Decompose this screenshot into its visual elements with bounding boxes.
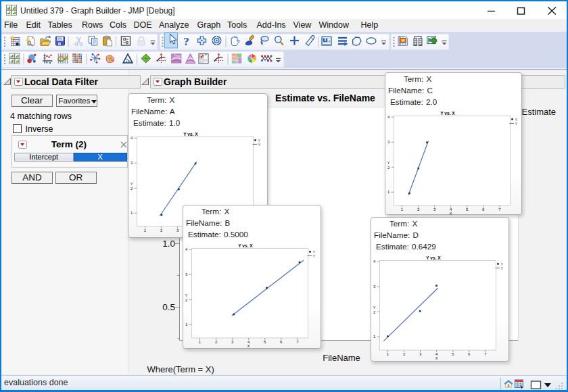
svg-text:FileName: D: FileName: D [374,230,419,239]
svg-text:Estimate: 0.6429: Estimate: 0.6429 [376,242,436,251]
svg-text:3: 3 [373,284,376,289]
svg-text:1: 1 [387,189,390,194]
svg-text:Estimate: 1.0: Estimate: 1.0 [133,118,181,127]
svg-text:Y vs. X: Y vs. X [183,132,198,137]
svg-text:1: 1 [401,207,404,212]
svg-text:FileName: B: FileName: B [186,218,231,227]
svg-text:6: 6 [482,207,485,212]
svg-text:2: 2 [417,207,420,212]
svg-text:Term: X: Term: X [404,74,431,83]
svg-text:Y vs. X: Y vs. X [440,111,455,116]
svg-text:4: 4 [373,259,376,264]
svg-text:4: 4 [387,114,390,119]
svg-text:3: 3 [185,272,188,276]
svg-text:Y: Y [501,266,504,270]
svg-text:5: 5 [466,207,469,212]
svg-text:4: 4 [185,247,188,251]
svg-text:3: 3 [433,207,436,212]
svg-text:Y vs. X: Y vs. X [426,255,441,260]
svg-text:4: 4 [131,135,133,140]
svg-text:Term: X: Term: X [147,95,174,104]
svg-text:X: X [247,343,250,348]
svg-text:?: ? [183,35,189,48]
svg-text:X: X [449,211,452,216]
svg-text:6: 6 [468,351,471,356]
svg-text:7: 7 [296,339,299,344]
svg-text:1: 1 [199,339,202,344]
svg-text:X: X [435,356,437,360]
svg-text:Y: Y [373,305,376,310]
svg-text:FileName: C: FileName: C [388,86,433,95]
svg-text:3: 3 [387,139,390,144]
svg-text:Estimate: 0.5000: Estimate: 0.5000 [188,230,248,239]
svg-text:1: 1 [373,334,376,339]
svg-text:1: 1 [131,210,133,215]
svg-text:1: 1 [387,351,389,356]
svg-text:1: 1 [144,228,147,232]
svg-text:Y: Y [515,122,518,126]
svg-text:Y: Y [131,182,133,186]
svg-text:5: 5 [452,351,454,356]
svg-text:3: 3 [419,351,422,356]
svg-text:2: 2 [160,228,163,232]
svg-text:2: 2 [215,339,218,344]
svg-text:5: 5 [264,339,266,344]
svg-text:2: 2 [403,351,406,356]
svg-text:Y vs. X: Y vs. X [238,243,253,248]
svg-text:Term: X: Term: X [389,219,417,228]
svg-text:2: 2 [131,186,133,191]
svg-text:FileName: A: FileName: A [131,107,175,116]
svg-text:2: 2 [373,310,376,314]
svg-text:2: 2 [185,297,188,302]
svg-text:Estimate: 2.0: Estimate: 2.0 [390,97,437,106]
svg-text:3: 3 [131,160,133,165]
svg-text:6: 6 [280,339,283,344]
svg-text:7: 7 [498,207,501,212]
svg-text:3: 3 [231,339,234,344]
svg-text:2: 2 [387,165,390,170]
svg-text:Y: Y [387,161,390,165]
svg-text:T: T [324,37,327,42]
svg-text:3: 3 [176,228,179,232]
svg-text:7: 7 [484,351,487,356]
svg-text:Y: Y [185,293,188,297]
svg-text:Y: Y [258,143,261,147]
svg-text:Y: Y [313,254,316,258]
svg-text:1: 1 [185,322,188,326]
svg-text:Term: X: Term: X [202,207,229,216]
